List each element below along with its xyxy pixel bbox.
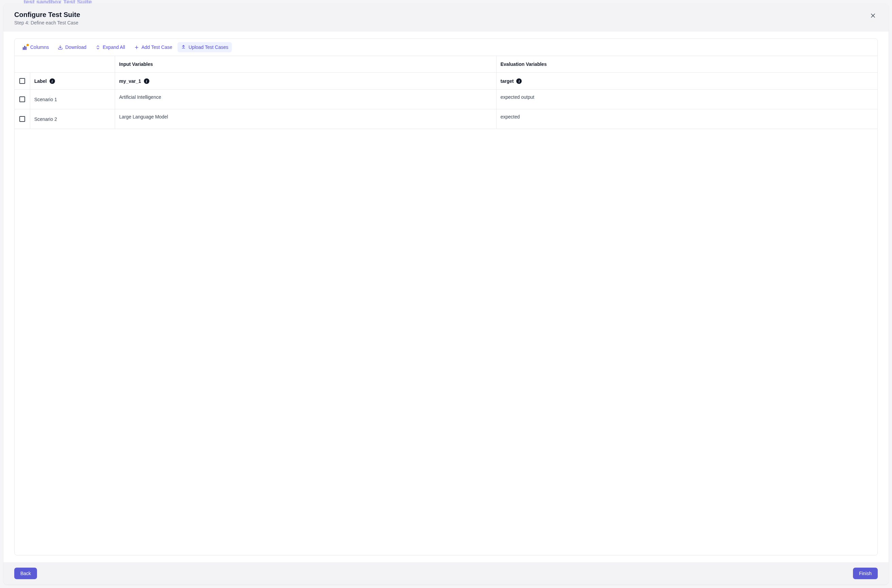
- row-checkbox-cell: [15, 110, 30, 129]
- input-variables-label: Input Variables: [119, 62, 153, 67]
- info-icon[interactable]: i: [516, 78, 522, 84]
- row-checkbox-cell: [15, 90, 30, 109]
- configure-test-suite-modal: Configure Test Suite Step 4: Define each…: [3, 3, 889, 585]
- download-label: Download: [65, 45, 86, 50]
- row-input: Artificial Intelligence: [119, 94, 161, 100]
- plus-icon: [134, 45, 139, 50]
- row-input-cell[interactable]: Large Language Model: [115, 110, 496, 129]
- header-input-variables: Input Variables: [115, 56, 496, 72]
- header-checkbox-cell: [15, 73, 30, 89]
- table-column-header-row: Label i my_var_1 i target i: [15, 73, 877, 90]
- modal-titles: Configure Test Suite Step 4: Define each…: [14, 11, 80, 26]
- row-input: Large Language Model: [119, 114, 168, 120]
- modal-footer: Back Finish: [3, 562, 889, 585]
- back-button[interactable]: Back: [14, 568, 37, 579]
- eval-col-header: target: [501, 78, 514, 84]
- row-checkbox[interactable]: [19, 116, 25, 122]
- select-all-checkbox[interactable]: [19, 78, 25, 84]
- add-test-case-button[interactable]: Add Test Case: [131, 42, 176, 52]
- upload-icon: [181, 44, 186, 50]
- table-row[interactable]: Scenario 2 Large Language Model expected: [15, 110, 877, 129]
- table-group-header-row: Input Variables Evaluation Variables: [15, 56, 877, 73]
- finish-button[interactable]: Finish: [853, 568, 878, 579]
- header-label-cell: Label i: [30, 73, 115, 89]
- expand-icon: [95, 45, 100, 50]
- columns-button[interactable]: Columns: [19, 42, 52, 52]
- info-icon[interactable]: i: [144, 78, 149, 84]
- header-eval-col-cell: target i: [496, 73, 878, 89]
- download-button[interactable]: Download: [54, 42, 90, 52]
- evaluation-variables-label: Evaluation Variables: [501, 62, 547, 67]
- row-label: Scenario 1: [34, 97, 57, 102]
- modal-title: Configure Test Suite: [14, 11, 80, 19]
- row-label-cell[interactable]: Scenario 2: [30, 110, 115, 129]
- test-cases-table: Columns Download: [14, 38, 878, 555]
- upload-test-cases-label: Upload Test Cases: [188, 45, 228, 50]
- row-checkbox[interactable]: [19, 96, 25, 102]
- row-label: Scenario 2: [34, 117, 57, 122]
- close-button[interactable]: [868, 11, 878, 20]
- info-icon[interactable]: i: [49, 78, 55, 84]
- modal-subtitle: Step 4: Define each Test Case: [14, 20, 80, 26]
- table-toolbar: Columns Download: [15, 39, 877, 56]
- modal-header: Configure Test Suite Step 4: Define each…: [3, 3, 889, 32]
- row-eval: expected: [501, 114, 520, 120]
- expand-all-label: Expand All: [103, 45, 125, 50]
- row-input-cell[interactable]: Artificial Intelligence: [115, 90, 496, 109]
- label-header: Label: [34, 78, 47, 84]
- upload-test-cases-button[interactable]: Upload Test Cases: [177, 42, 231, 52]
- row-label-cell[interactable]: Scenario 1: [30, 90, 115, 109]
- table-row[interactable]: Scenario 1 Artificial Intelligence expec…: [15, 90, 877, 110]
- row-eval: expected output: [501, 94, 535, 100]
- header-spacer: [15, 56, 115, 72]
- modal-body: Columns Download: [3, 32, 889, 562]
- header-input-col-cell: my_var_1 i: [115, 73, 496, 89]
- download-icon: [58, 45, 63, 50]
- row-eval-cell[interactable]: expected: [496, 110, 878, 129]
- close-icon: [870, 12, 876, 19]
- row-eval-cell[interactable]: expected output: [496, 90, 878, 109]
- header-evaluation-variables: Evaluation Variables: [496, 56, 878, 72]
- expand-all-button[interactable]: Expand All: [92, 42, 129, 52]
- add-test-case-label: Add Test Case: [141, 45, 172, 50]
- columns-label: Columns: [30, 45, 49, 50]
- columns-icon: [23, 45, 28, 50]
- input-col-header: my_var_1: [119, 78, 141, 84]
